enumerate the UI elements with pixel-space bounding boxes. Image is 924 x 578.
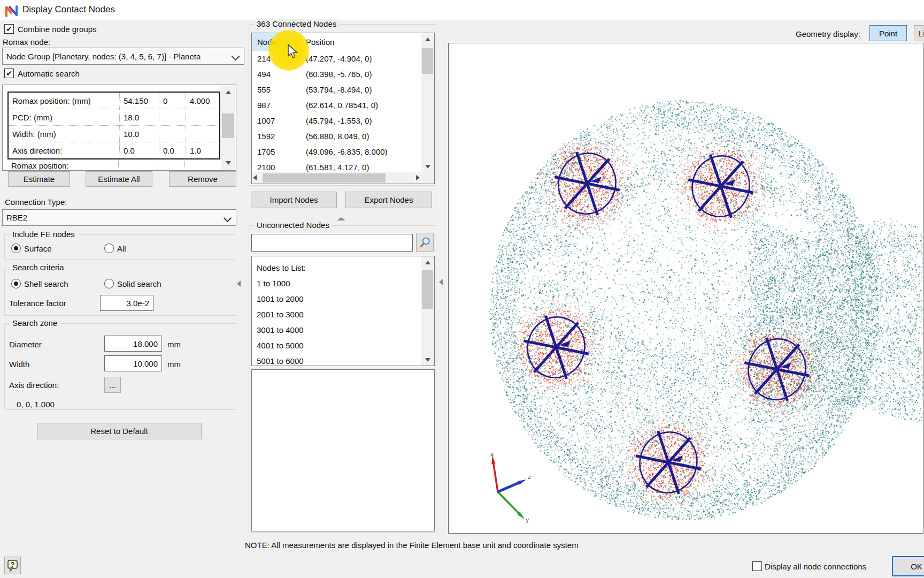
- surface-radio[interactable]: [11, 244, 21, 253]
- help-button[interactable]: ?: [4, 557, 21, 574]
- node-position: (45.794, -1.553, 0): [302, 116, 434, 125]
- left-splitter-collapse-icon[interactable]: [237, 280, 241, 287]
- chevron-down-icon: [232, 52, 240, 61]
- remove-button[interactable]: Remove: [169, 171, 236, 187]
- cursor-pointer: [287, 44, 299, 60]
- scroll-left-arrow[interactable]: [253, 175, 257, 180]
- ok-button[interactable]: OK: [892, 556, 924, 576]
- param-table-scrollbar[interactable]: [221, 86, 235, 170]
- display-all-node-connections-label: Display all node connections: [765, 562, 866, 571]
- estimate-button[interactable]: Estimate: [8, 171, 70, 187]
- export-nodes-button[interactable]: Export Nodes: [345, 192, 432, 208]
- automatic-search-label: Automatic search: [18, 69, 80, 78]
- param-row-partial: Romax position:: [7, 160, 218, 171]
- viewport-splitter-collapse-icon[interactable]: [439, 279, 443, 285]
- geometry-display-line-button[interactable]: Li: [914, 25, 924, 41]
- scroll-thumb[interactable]: [422, 48, 433, 74]
- display-all-node-connections-checkbox[interactable]: [752, 561, 762, 571]
- romax-node-combobox[interactable]: Node Group [Planetary, nodes: (3, 4, 5, …: [2, 48, 244, 65]
- node-id: 2100: [252, 163, 302, 172]
- param-value[interactable]: 4.000: [186, 93, 217, 109]
- automatic-search-checkbox[interactable]: ✔: [4, 69, 14, 78]
- all-radio[interactable]: [104, 244, 114, 253]
- scroll-up-arrow[interactable]: [421, 33, 434, 45]
- param-value[interactable]: [159, 126, 186, 142]
- model-viewport: [448, 43, 923, 534]
- table-row[interactable]: 1705(49.096, -6.835, 8.000): [252, 144, 434, 159]
- list-item[interactable]: 2001 to 3000: [252, 307, 434, 322]
- scroll-up-arrow[interactable]: [221, 86, 235, 99]
- table-row[interactable]: 987(62.614, 0.78541, 0): [252, 97, 434, 113]
- unconnected-nodes-scrollbar[interactable]: [421, 256, 434, 366]
- combine-node-groups-label: Combine node groups: [18, 25, 97, 34]
- selected-nodes-empty-list[interactable]: [251, 369, 435, 531]
- model-viewport-canvas[interactable]: [449, 43, 923, 533]
- solid-search-radio[interactable]: [104, 279, 114, 288]
- unconnected-nodes-title: Unconnected Nodes: [254, 220, 332, 230]
- table-row[interactable]: 555(53.794, -8.494, 0): [252, 82, 434, 97]
- tolerance-factor-label: Tolerance factor: [9, 299, 66, 308]
- diameter-input[interactable]: [104, 336, 162, 352]
- scroll-up-arrow[interactable]: [421, 256, 434, 268]
- all-radio-label: All: [117, 244, 126, 253]
- list-item[interactable]: 1001 to 2000: [252, 291, 434, 307]
- param-row-pcd: PCD: (mm) 18.0: [9, 109, 219, 126]
- list-item[interactable]: 5001 to 6000: [252, 353, 434, 366]
- app-logo-icon: [4, 3, 19, 18]
- node-id: 494: [252, 70, 302, 79]
- list-item[interactable]: Nodes to List:: [252, 260, 434, 276]
- param-value: [185, 160, 216, 171]
- search-button[interactable]: [416, 233, 434, 252]
- geometry-display-label: Geometry display:: [796, 29, 860, 39]
- connection-type-label: Connection Type:: [5, 197, 67, 207]
- list-item[interactable]: 3001 to 4000: [252, 322, 434, 338]
- scroll-thumb[interactable]: [222, 113, 234, 138]
- connected-nodes-title: 363 Connected Nodes: [254, 19, 339, 28]
- node-search-input[interactable]: [251, 234, 413, 252]
- table-row[interactable]: 494(60.398, -5.765, 0): [252, 66, 434, 82]
- tolerance-factor-input[interactable]: [100, 295, 153, 311]
- title-bar: Display Contact Nodes: [0, 0, 924, 20]
- param-value[interactable]: 10.0: [120, 126, 159, 142]
- dialog-title: Display Contact Nodes: [22, 4, 115, 15]
- table-row[interactable]: 1007(45.794, -1.553, 0): [252, 113, 434, 128]
- estimate-all-button[interactable]: Estimate All: [86, 171, 152, 187]
- shell-search-radio[interactable]: [11, 279, 21, 288]
- param-value[interactable]: [186, 126, 217, 142]
- chevron-down-icon: [224, 214, 232, 223]
- param-value[interactable]: 18.0: [120, 109, 159, 125]
- connection-type-combobox[interactable]: RBE2: [2, 209, 236, 226]
- axis-direction-label: Axis direction:: [9, 381, 59, 390]
- panel-splitter-up-icon[interactable]: [337, 217, 345, 220]
- scroll-down-arrow[interactable]: [421, 354, 434, 366]
- scrollbar-corner: [421, 172, 434, 184]
- table-row[interactable]: 1592(56.880, 8.049, 0): [252, 128, 434, 144]
- combine-node-groups-checkbox[interactable]: ✔: [4, 24, 14, 34]
- import-nodes-button[interactable]: Import Nodes: [251, 192, 337, 208]
- scroll-down-arrow[interactable]: [421, 161, 434, 172]
- scroll-thumb[interactable]: [422, 270, 433, 309]
- param-value[interactable]: 54.150: [120, 93, 159, 109]
- width-input[interactable]: [104, 355, 162, 371]
- geometry-display-point-button[interactable]: Point: [869, 25, 907, 41]
- reset-to-default-button[interactable]: Reset to Default: [37, 423, 202, 439]
- axis-direction-value: 0, 0, 1.000: [17, 400, 55, 409]
- axis-direction-ellipsis-button[interactable]: ...: [104, 377, 121, 393]
- param-value[interactable]: [186, 109, 217, 125]
- param-value[interactable]: [159, 109, 186, 125]
- param-value[interactable]: 0.0: [159, 142, 186, 158]
- scroll-right-arrow[interactable]: [416, 175, 420, 180]
- node-position: (61.581, 4.127, 0): [302, 163, 434, 172]
- connected-nodes-vscrollbar[interactable]: [421, 33, 434, 172]
- param-value[interactable]: 0: [159, 93, 186, 109]
- param-value[interactable]: 1.0: [186, 142, 217, 158]
- param-row-axis-direction: Axis direction: 0.0 0.0 1.0: [9, 142, 219, 158]
- connected-nodes-hscrollbar[interactable]: [252, 172, 421, 184]
- list-item[interactable]: 4001 to 5000: [252, 338, 434, 353]
- position-column-header[interactable]: Position: [302, 33, 434, 51]
- scroll-down-arrow[interactable]: [221, 156, 235, 170]
- list-item[interactable]: 1 to 1000: [252, 276, 434, 291]
- param-value[interactable]: 0.0: [120, 142, 159, 158]
- scroll-thumb[interactable]: [263, 173, 386, 182]
- romax-parameters-table: Romax position: (mm) 54.150 0 4.000 PCD:…: [7, 92, 220, 159]
